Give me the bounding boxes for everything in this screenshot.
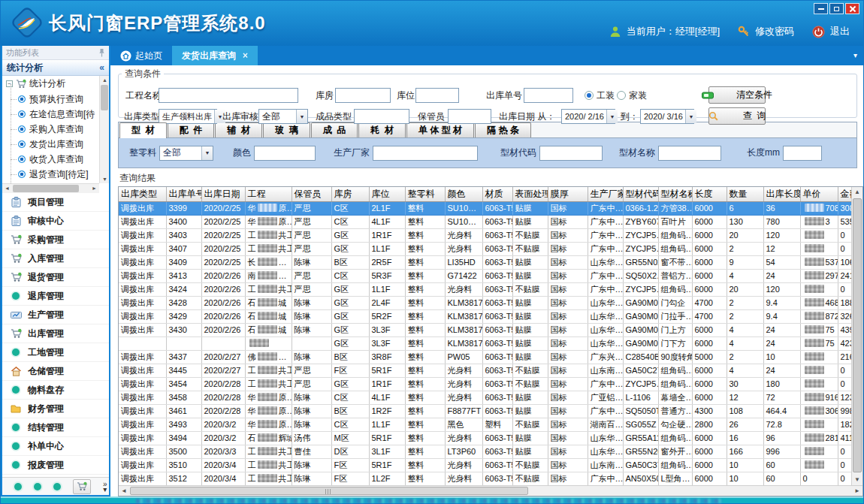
table-cell[interactable]: 严思 bbox=[292, 364, 331, 377]
table-cell[interactable]: 山东南… bbox=[588, 458, 623, 472]
table-cell[interactable]: 6063-T5 bbox=[482, 269, 512, 282]
table-cell[interactable]: 贴膜 bbox=[512, 215, 548, 228]
minimize-button[interactable] bbox=[814, 3, 828, 14]
table-cell[interactable]: 6 bbox=[727, 201, 763, 215]
radio-home[interactable]: 家装 bbox=[617, 88, 647, 103]
table-cell[interactable]: ZYCJP5… bbox=[623, 377, 658, 391]
table-cell[interactable]: C区 bbox=[331, 269, 369, 282]
profile-name-input[interactable] bbox=[658, 146, 721, 161]
scroll-left-icon[interactable]: ◄ bbox=[119, 486, 129, 496]
table-cell[interactable]: 24 bbox=[763, 269, 800, 282]
table-cell[interactable]: 组角码… bbox=[658, 458, 692, 472]
table-cell[interactable]: 光身料 bbox=[445, 431, 482, 445]
table-cell[interactable]: 6063-T5 bbox=[482, 323, 512, 337]
table-row[interactable]: G区3L3F整料KLM38176063-T5贴膜国标山东华…GA90M09.门下… bbox=[119, 337, 857, 350]
table-cell[interactable]: 72 bbox=[763, 391, 800, 404]
column-header[interactable]: 型材名称 bbox=[658, 187, 692, 201]
table-cell[interactable]: 5R2F bbox=[369, 309, 405, 323]
table-cell[interactable]: ZYBY607 bbox=[623, 215, 658, 228]
table-cell[interactable]: GA50C37 bbox=[623, 458, 658, 472]
table-cell[interactable]: 72.8 bbox=[763, 418, 800, 431]
table-cell[interactable]: 不贴膜 bbox=[512, 418, 548, 431]
warehouse-input[interactable] bbox=[335, 88, 391, 103]
table-cell[interactable]: 整料 bbox=[405, 472, 445, 485]
table-cell[interactable]: 4700 bbox=[692, 296, 727, 309]
table-cell[interactable]: 整料 bbox=[405, 269, 445, 282]
table-cell[interactable]: 6063-T5 bbox=[482, 431, 512, 445]
table-cell[interactable]: 3413 bbox=[166, 269, 201, 282]
logout-link[interactable]: 退出 bbox=[830, 25, 850, 38]
table-cell[interactable]: 整料 bbox=[405, 350, 445, 364]
tree-item[interactable]: 在途信息查询[待 bbox=[2, 107, 99, 122]
table-cell[interactable]: 537 bbox=[800, 255, 838, 269]
table-cell[interactable] bbox=[800, 418, 838, 431]
table-cell[interactable]: 6000 bbox=[692, 472, 727, 485]
sidebar-menu-item[interactable]: 结转管理 bbox=[2, 418, 109, 437]
tree-item[interactable]: 采购入库查询 bbox=[2, 122, 99, 137]
table-cell[interactable]: 6000 bbox=[692, 431, 727, 445]
table-cell[interactable]: 4 bbox=[727, 364, 763, 377]
piece-select[interactable]: 全部 bbox=[159, 146, 213, 161]
table-cell[interactable]: 组角码… bbox=[658, 377, 692, 391]
table-row[interactable]: 调拨出库34542020/2/28工共工程严思G区1R1F整料光身料6063-T… bbox=[119, 377, 857, 391]
column-header[interactable]: 出库类型 bbox=[119, 187, 166, 201]
table-cell[interactable]: 贴膜 bbox=[512, 404, 548, 418]
table-cell[interactable]: 9 bbox=[727, 255, 763, 269]
table-cell[interactable] bbox=[800, 377, 838, 391]
table-cell[interactable]: 6063-T5 bbox=[482, 364, 512, 377]
table-cell[interactable]: 国标 bbox=[548, 282, 588, 296]
table-cell[interactable]: 调拨出库 bbox=[119, 472, 166, 485]
table-cell[interactable]: 3494 bbox=[166, 431, 201, 445]
table-cell[interactable]: 2020/2/26 bbox=[201, 269, 245, 282]
table-cell[interactable]: 调拨出库 bbox=[119, 282, 166, 296]
table-cell[interactable]: 广东中… bbox=[588, 201, 623, 215]
table-cell[interactable]: 湖南百… bbox=[588, 418, 623, 431]
table-cell[interactable]: 整料 bbox=[405, 282, 445, 296]
table-cell[interactable]: 10 bbox=[763, 350, 800, 364]
table-cell[interactable]: 3493 bbox=[166, 418, 201, 431]
sidebar-menu-item[interactable]: 仓储管理 bbox=[2, 362, 109, 381]
table-cell[interactable]: C28540B bbox=[623, 350, 658, 364]
table-cell[interactable]: 门勾企 bbox=[658, 296, 692, 309]
table-cell[interactable]: 6063-T5 bbox=[482, 458, 512, 472]
material-tab[interactable]: 成 品 bbox=[311, 122, 358, 137]
date-to-picker[interactable]: 2020/ 3/16 bbox=[640, 109, 694, 124]
table-row[interactable]: 调拨出库34372020/2/27佛…陈琳B区3R8F整料PW056063-T5… bbox=[119, 350, 857, 364]
table-cell[interactable]: 6063-T5 bbox=[482, 201, 512, 215]
table-cell[interactable]: F区 bbox=[331, 472, 369, 485]
table-cell[interactable]: 6000 bbox=[692, 269, 727, 282]
table-cell[interactable]: 国标 bbox=[548, 337, 588, 350]
table-row[interactable]: 调拨出库33992020/2/25华原…严思C区2L1F整料SU10…6063-… bbox=[119, 201, 857, 215]
table-cell[interactable]: 2020/2/26 bbox=[201, 323, 245, 337]
profile-code-input[interactable] bbox=[539, 146, 603, 161]
table-cell[interactable]: AN50X50X2 bbox=[623, 472, 658, 485]
table-cell[interactable]: 3430 bbox=[166, 323, 201, 337]
table-cell[interactable]: 整料 bbox=[405, 255, 445, 269]
table-cell[interactable]: 国标 bbox=[548, 350, 588, 364]
length-input[interactable] bbox=[783, 146, 822, 161]
table-cell[interactable]: KLM3817 bbox=[445, 337, 482, 350]
table-cell[interactable]: 工共工程 bbox=[245, 472, 292, 485]
table-cell[interactable]: 组角码… bbox=[658, 364, 692, 377]
table-cell[interactable]: 2L1F bbox=[369, 201, 405, 215]
table-cell[interactable]: 工共工程 bbox=[245, 445, 292, 458]
table-cell[interactable]: 国标 bbox=[548, 242, 588, 255]
table-cell[interactable]: 2020/3/3 bbox=[201, 445, 245, 458]
table-row[interactable]: 调拨出库34302020/2/26石城陈琳G区3L3F整料KLM38176063… bbox=[119, 323, 857, 337]
table-cell[interactable]: 4 bbox=[727, 323, 763, 337]
table-cell[interactable]: 广东中… bbox=[588, 215, 623, 228]
table-cell[interactable]: 996 bbox=[763, 445, 800, 458]
table-cell[interactable]: G区 bbox=[331, 242, 369, 255]
grid-vertical-scrollbar[interactable]: ▲ ▼ bbox=[851, 187, 862, 485]
tree-expander-icon[interactable]: − bbox=[6, 80, 13, 87]
sidebar-menu-item[interactable]: 报废管理 bbox=[2, 456, 109, 475]
scroll-up-icon[interactable]: ▲ bbox=[852, 187, 862, 198]
tab-shipment-query[interactable]: 发货出库查询 × bbox=[172, 46, 258, 65]
table-cell[interactable]: 光身料 bbox=[445, 282, 482, 296]
audit-select[interactable]: 全部 bbox=[258, 109, 308, 124]
module-dot-icon[interactable] bbox=[53, 483, 61, 490]
material-tab[interactable]: 型 材 bbox=[119, 122, 167, 138]
column-header[interactable]: 生产厂家 bbox=[588, 187, 623, 201]
table-cell[interactable]: 调拨出库 bbox=[119, 255, 166, 269]
table-cell[interactable]: 贴膜 bbox=[512, 391, 548, 404]
